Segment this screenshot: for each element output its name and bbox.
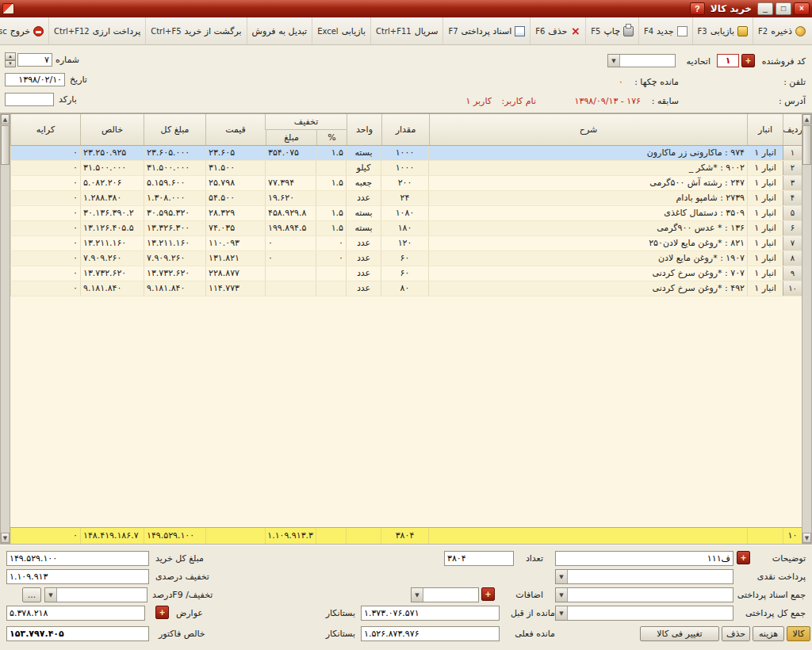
table-row[interactable]: ۱ انبار ۱ ۹۷۴ : ماکارونی زر ماکارون ۱۰۰۰… (10, 146, 802, 161)
scrollbar-down-button[interactable]: ▼ (1, 533, 10, 543)
table-row[interactable]: ۵ انبار ۱ ۳۵۰۹ : دستمال کاغذی ۱۰۸۰ بسته … (10, 206, 802, 221)
table-row[interactable]: ۱۰ انبار ۱ ۴۹۲ : *روغن سرخ کردنی ۸۰ عدد … (10, 281, 802, 296)
previous-balance-input[interactable] (361, 606, 500, 621)
table-row[interactable]: ۲ انبار ۱ ۹۰۰۲ : *شکر _ ۱۰۰۰ کیلو ۳۱.۵۰۰… (10, 161, 802, 176)
net-invoice-input[interactable] (6, 626, 149, 641)
close-button[interactable]: × (794, 2, 810, 15)
scrollbar-down-button[interactable]: ▼ (802, 533, 811, 543)
column-header-warehouse[interactable]: انبار (747, 114, 783, 145)
payment-docs-sum-select[interactable]: ▼ (555, 587, 733, 602)
notes-input[interactable] (555, 551, 733, 566)
convert-to-sale-button[interactable]: تبدیل به فروش (247, 17, 312, 44)
change-item-price-button[interactable]: تغییر فی کالا (640, 626, 719, 641)
scrollbar-up-button[interactable]: ▲ (1, 114, 10, 124)
column-header-freight[interactable]: کرایه (10, 114, 80, 145)
purchase-return-button[interactable]: برگشت از خرید Ctrl+F5 (145, 17, 246, 44)
total-paid-select[interactable]: ▼ (555, 606, 733, 621)
chevron-down-icon: ▼ (8, 61, 13, 66)
titlebar: × □ _ خرید کالا ? (0, 0, 812, 17)
duties-input[interactable] (6, 606, 145, 621)
discount-percent-cell: ۱.۵ (316, 221, 346, 235)
date-input[interactable] (5, 73, 65, 86)
column-header-net[interactable]: خالص (80, 114, 144, 145)
previous-balance-label: مانده از قبل (511, 608, 555, 618)
quantity-cell: ۱۰۰۰ (381, 146, 428, 160)
duties-add-button[interactable]: + (155, 606, 169, 619)
delete-button[interactable]: حذف F6 (530, 17, 585, 44)
table-row[interactable]: ۴ انبار ۱ ۲۷۳۹ : شامپو بادام ۲۴ عدد ۱۹.۶… (10, 191, 802, 206)
freight-cell: ۰ (10, 146, 80, 160)
seller-code-input[interactable] (717, 54, 739, 67)
scrollbar-thumb[interactable] (802, 125, 811, 165)
discount-f9-select[interactable]: ▼ (44, 587, 147, 602)
column-header-total-amount[interactable]: مبلغ کل (144, 114, 205, 145)
column-header-price[interactable]: قیمت (205, 114, 265, 145)
table-row[interactable]: ۶ انبار ۱ ۱۳۶ : * عدس ۹۰۰گرمی ۱۸۰ بسته ۱… (10, 221, 802, 236)
grid-right-scrollbar[interactable]: ▲ ▼ (802, 113, 812, 544)
union-select[interactable]: ▼ (607, 54, 676, 67)
spinner-up-button[interactable]: ▲ (5, 52, 16, 60)
invoice-number-input[interactable] (17, 53, 52, 67)
row-number-cell[interactable]: ۵ (783, 206, 802, 220)
delete-label: حذف (548, 26, 567, 36)
row-number-cell[interactable]: ۳ (783, 176, 802, 190)
scrollbar-track[interactable] (802, 166, 811, 533)
expense-button[interactable]: هزینه (753, 626, 784, 641)
goods-button[interactable]: کالا (787, 626, 810, 641)
discount-browse-button[interactable]: ... (22, 587, 41, 602)
additions-select[interactable]: ▼ (411, 587, 479, 602)
currency-payment-button[interactable]: پرداخت ارزی Ctrl+F12 (48, 17, 145, 44)
exit-button[interactable]: خروج Esc (0, 17, 48, 44)
column-header-discount-percent[interactable]: % (316, 130, 347, 145)
table-row[interactable]: ۷ انبار ۱ ۸۲۱ : *روغن مایع لادن۲۵۰ ۱۲۰ ع… (10, 236, 802, 251)
grid-left-scrollbar[interactable]: ▲ ▼ (0, 113, 10, 544)
table-row[interactable]: ۸ انبار ۱ ۱۹۰۷ : *روغن مایع لادن ۶۰ عدد … (10, 251, 802, 266)
payment-documents-button[interactable]: اسناد پرداختی F7 (442, 17, 530, 44)
row-number-cell[interactable]: ۹ (783, 266, 802, 281)
help-button[interactable]: ? (690, 2, 705, 15)
row-number-cell[interactable]: ۱۰ (783, 281, 802, 296)
seller-code-add-button[interactable]: + (741, 54, 755, 67)
table-row[interactable]: ۹ انبار ۱ ۷۰۷ : *روغن سرخ کردنی ۶۰ عدد ۲… (10, 266, 802, 281)
save-button[interactable]: ذخیره F2 (753, 17, 810, 44)
spinner-down-button[interactable]: ▼ (5, 60, 16, 68)
barcode-input[interactable] (5, 93, 54, 106)
row-number-cell[interactable]: ۱ (783, 146, 802, 160)
percent-discount-input[interactable] (6, 569, 149, 584)
address-label: آدرس : (779, 96, 806, 106)
description-cell: ۳۵۰۹ : دستمال کاغذی (428, 206, 747, 220)
column-header-row-number[interactable]: ردیف (783, 114, 802, 145)
table-row[interactable]: ۳ انبار ۱ ۲۴۷ : رشته آش ۵۰۰گرمی ۲۰۰ جعبه… (10, 176, 802, 191)
net-cell: ۱۳.۷۳۲.۶۲۰ (80, 266, 144, 281)
new-button[interactable]: جدید F4 (638, 17, 692, 44)
totals-discount-amount-cell: ۱.۱۰۹.۹۱۳.۳ (265, 528, 316, 544)
row-number-cell[interactable]: ۲ (783, 161, 802, 175)
column-header-unit[interactable]: واحد (347, 114, 381, 145)
count-input[interactable] (444, 551, 514, 566)
delete-row-button[interactable]: حذف (722, 626, 750, 641)
row-number-cell[interactable]: ۴ (783, 191, 802, 205)
scrollbar-up-button[interactable]: ▲ (802, 114, 811, 124)
column-header-quantity[interactable]: مقدار (381, 114, 429, 145)
quantity-cell: ۱۰۸۰ (381, 206, 428, 220)
column-header-description[interactable]: شرح (429, 114, 747, 145)
column-header-discount[interactable]: تخفیف (265, 114, 347, 130)
row-number-cell[interactable]: ۸ (783, 251, 802, 266)
total-purchase-input[interactable] (6, 551, 149, 566)
restore-button[interactable]: □ (776, 2, 791, 15)
print-button[interactable]: چاپ F5 (585, 17, 638, 44)
previous-balance-status: بستانکار (326, 608, 355, 618)
excel-retrieve-button[interactable]: بازیابی Excel (312, 17, 370, 44)
scrollbar-track[interactable] (1, 166, 10, 533)
additions-add-button[interactable]: + (481, 587, 495, 601)
serial-button[interactable]: سریال Ctrl+F11 (370, 17, 442, 44)
cash-payment-select[interactable]: ▼ (555, 569, 733, 584)
minimize-button[interactable]: _ (757, 2, 773, 15)
retrieve-button[interactable]: بازیابی F3 (692, 17, 753, 44)
row-number-cell[interactable]: ۶ (783, 221, 802, 235)
column-header-discount-amount[interactable]: مبلغ (266, 130, 316, 145)
notes-add-button[interactable]: + (737, 551, 750, 564)
row-number-cell[interactable]: ۷ (783, 236, 802, 250)
current-balance-input[interactable] (361, 626, 500, 641)
scrollbar-thumb[interactable] (1, 125, 10, 165)
